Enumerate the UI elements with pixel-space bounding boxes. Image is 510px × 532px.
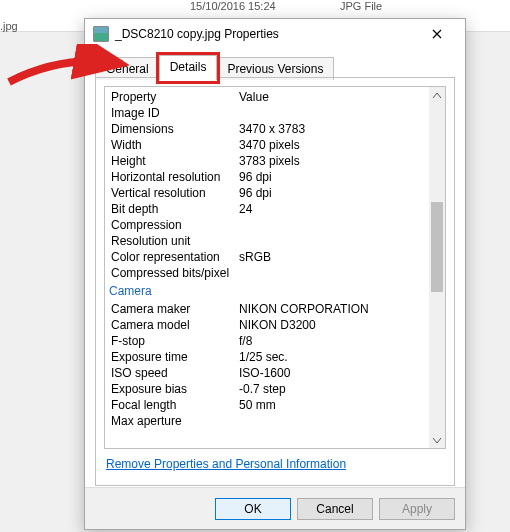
chevron-up-icon: [433, 93, 441, 98]
property-row[interactable]: Image ID: [105, 105, 429, 121]
tab-details-label: Details: [170, 60, 207, 74]
image-file-icon: [93, 26, 109, 42]
ok-button[interactable]: OK: [215, 498, 291, 520]
apply-button[interactable]: Apply: [379, 498, 455, 520]
tab-details[interactable]: Details: [159, 55, 218, 78]
property-row[interactable]: F-stopf/8: [105, 333, 429, 349]
property-row[interactable]: Bit depth24: [105, 201, 429, 217]
property-row[interactable]: Focal length50 mm: [105, 397, 429, 413]
cancel-button[interactable]: Cancel: [297, 498, 373, 520]
property-row[interactable]: Camera modelNIKON D3200: [105, 317, 429, 333]
scroll-up-button[interactable]: [429, 87, 445, 103]
close-icon: [432, 29, 442, 39]
property-row[interactable]: Dimensions3470 x 3783: [105, 121, 429, 137]
property-row[interactable]: Max aperture: [105, 413, 429, 429]
dialog-body: General Details Previous Versions Proper…: [85, 49, 465, 487]
property-row[interactable]: Compression: [105, 217, 429, 233]
scroll-down-button[interactable]: [429, 432, 445, 448]
property-row[interactable]: Exposure bias-0.7 step: [105, 381, 429, 397]
details-pane: Property Value Image ID Dimensions3470 x…: [95, 77, 455, 486]
property-row[interactable]: Resolution unit: [105, 233, 429, 249]
properties-scroll-area[interactable]: Property Value Image ID Dimensions3470 x…: [105, 87, 429, 448]
property-row[interactable]: Width3470 pixels: [105, 137, 429, 153]
bg-date: 15/10/2016 15:24: [190, 0, 276, 12]
property-row[interactable]: Horizontal resolution96 dpi: [105, 169, 429, 185]
property-row[interactable]: Exposure time1/25 sec.: [105, 349, 429, 365]
window-title: _DSC8210 copy.jpg Properties: [115, 27, 417, 41]
titlebar[interactable]: _DSC8210 copy.jpg Properties: [85, 19, 465, 49]
button-bar: OK Cancel Apply: [85, 487, 465, 529]
property-row[interactable]: Compressed bits/pixel: [105, 265, 429, 281]
bg-type: JPG File: [340, 0, 382, 12]
section-camera: Camera: [105, 281, 429, 301]
col-property-label: Property: [111, 90, 239, 104]
close-button[interactable]: [417, 20, 457, 48]
remove-properties-link[interactable]: Remove Properties and Personal Informati…: [106, 457, 346, 471]
properties-list: Property Value Image ID Dimensions3470 x…: [104, 86, 446, 449]
property-row[interactable]: Vertical resolution96 dpi: [105, 185, 429, 201]
bg-filename: .jpg: [0, 20, 18, 32]
tab-strip: General Details Previous Versions: [95, 55, 455, 78]
col-value-label: Value: [239, 90, 423, 104]
vertical-scrollbar[interactable]: [429, 87, 445, 448]
column-header: Property Value: [105, 89, 429, 105]
scroll-thumb[interactable]: [431, 202, 443, 292]
properties-dialog: _DSC8210 copy.jpg Properties General Det…: [84, 18, 466, 530]
link-row: Remove Properties and Personal Informati…: [104, 449, 446, 477]
chevron-down-icon: [433, 438, 441, 443]
property-row[interactable]: ISO speedISO-1600: [105, 365, 429, 381]
property-row[interactable]: Camera makerNIKON CORPORATION: [105, 301, 429, 317]
property-row[interactable]: Height3783 pixels: [105, 153, 429, 169]
property-row[interactable]: Color representationsRGB: [105, 249, 429, 265]
